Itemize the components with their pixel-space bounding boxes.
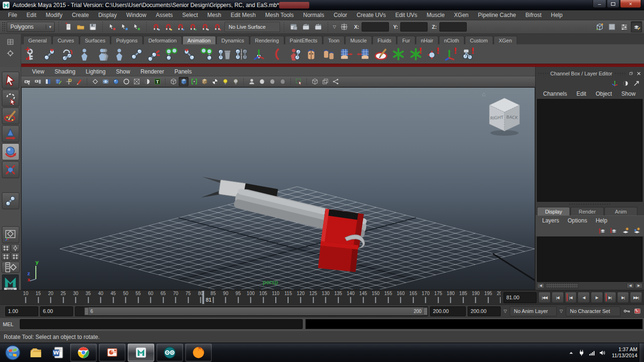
menu-create[interactable]: Create [67,11,93,19]
scroll-left-button-2[interactable]: ◀ [627,283,634,288]
layer-tab-display[interactable]: Display [537,207,570,215]
two-pane-layout-button[interactable] [1,253,10,261]
view-cube[interactable]: RIGHT BACK [485,94,524,138]
select-hierarchy-icon[interactable] [107,21,118,33]
viewcube-right-label[interactable]: RIGHT [490,115,504,121]
auto-keyframe-icon[interactable] [633,306,642,316]
scroll-left-button[interactable]: ◀ [537,283,545,288]
anim-layer-dropdown-icon[interactable]: ▽ [503,309,508,313]
last-tool-used[interactable] [2,192,19,209]
channel-list-empty[interactable] [537,99,643,202]
shelf-split-face-icon[interactable] [303,46,319,62]
default-material-icon[interactable] [210,77,220,86]
shelf-tab-muscle[interactable]: Muscle [345,36,372,44]
file-open-icon[interactable] [75,21,86,33]
menu-mesh-tools[interactable]: Mesh Tools [261,11,298,19]
panel-menu-shading[interactable]: Shading [50,68,80,75]
go-to-end-button[interactable]: ▶▶| [630,292,642,303]
panel-splitter[interactable] [536,202,644,206]
panel-menu-renderer[interactable]: Renderer [136,68,168,75]
snap-to-grid-icon[interactable] [150,21,162,33]
shelf-character-set-icon[interactable] [94,46,110,62]
menu-modify[interactable]: Modify [41,11,66,19]
shelf-smooth-bind-icon[interactable] [390,46,406,62]
xray-display-icon[interactable] [132,77,141,86]
shelf-ik-spline-handle-icon[interactable] [59,46,75,62]
text-display-icon[interactable]: T [152,77,162,86]
taskbar-clock[interactable]: 1:37 AM 11/13/2014 [612,346,637,359]
shaded-display-icon[interactable] [111,77,121,86]
scene-view-icon[interactable] [310,77,320,86]
toolbar-separator[interactable] [57,22,60,32]
four-view-layout-button[interactable] [1,244,10,252]
maya-taskbar-button[interactable] [128,344,154,362]
step-forward-frame-button[interactable]: ▶| [617,292,629,303]
hyperbolic-manip-icon[interactable] [632,79,641,88]
close-panel-icon[interactable] [635,70,642,77]
range-end-handle[interactable] [423,307,428,315]
share-view-icon[interactable] [330,77,340,86]
scroll-right-button[interactable]: ▶ [635,283,643,288]
range-slider-grip[interactable] [0,306,3,316]
shelf-copy-skin-weights-icon[interactable] [338,46,354,62]
image-plane-icon[interactable] [53,77,63,86]
shelf-blend-shape-icon[interactable] [321,46,337,62]
layer-menu-options[interactable]: Options [564,217,591,224]
shelf-tab-deformation[interactable]: Deformation [143,36,182,44]
animation-end-field[interactable] [468,306,501,316]
menu-select[interactable]: Select [178,11,202,19]
toolbar-separator[interactable] [145,22,148,32]
ipr-operations-icon[interactable] [313,21,324,33]
persp-diamond-layout-button[interactable] [11,244,20,252]
create-empty-layer-icon[interactable] [620,226,630,235]
paint-select-tool[interactable] [2,107,19,124]
play-forward-button[interactable]: ▶ [591,292,603,303]
select-tool[interactable] [2,72,19,89]
shelf-transfer-weights-icon[interactable] [355,46,372,62]
panel-menu-show[interactable]: Show [112,68,134,75]
outliner-persp-layout-button[interactable] [1,262,20,273]
robot-arm-model[interactable] [201,177,369,272]
shelf-ik-handle-icon[interactable] [41,46,58,62]
toolbar-separator[interactable] [282,22,286,32]
shelf-tab-general[interactable]: General [23,36,52,44]
no-lights-icon[interactable] [231,77,240,86]
menu-mesh[interactable]: Mesh [203,11,225,19]
menu-pipeline-cache[interactable]: Pipeline Cache [474,11,520,19]
word-taskbar-icon[interactable]: W [48,344,68,362]
motion-blur-icon[interactable] [267,77,277,86]
menu-xgen[interactable]: XGen [450,11,473,19]
layer-tab-render[interactable]: Render [570,207,603,215]
minimize-button[interactable]: – [593,0,606,8]
shelf-tab-fluids[interactable]: Fluids [372,36,396,44]
playback-range-bar[interactable]: 6 200 [84,307,428,315]
snap-to-point-icon[interactable] [175,21,186,33]
tray-expand-icon[interactable] [567,349,575,357]
wireframe-on-shaded-icon[interactable] [189,77,199,86]
menu-help[interactable]: Help [547,11,567,19]
screen-ao-icon[interactable] [257,77,267,86]
chrome-taskbar-button[interactable] [70,344,97,362]
select-component-icon[interactable] [131,21,142,33]
chevron-down-icon[interactable]: ▽ [332,25,337,29]
shelf-orient-joint-icon[interactable] [251,46,267,62]
panel-grip[interactable] [614,72,625,75]
previous-key-button[interactable]: |◀ [565,292,577,303]
shaded-mode-icon[interactable] [179,77,189,86]
panel-menu-panels[interactable]: Panels [170,68,196,75]
menu-edit-uvs[interactable]: Edit UVs [391,11,421,19]
panel-layout-icon[interactable] [320,77,330,86]
shelf-ik-handle-tool-icon[interactable] [146,46,162,62]
shelf-set-driven-key-icon[interactable]: + [24,46,40,62]
live-surface-field[interactable]: No Live Surface [224,22,280,32]
bookmark-icon[interactable] [43,77,53,86]
character-set-selector[interactable]: No Character Set [566,306,620,316]
file-save-icon[interactable] [87,21,99,33]
go-to-start-button[interactable]: |◀◀ [538,292,551,303]
output-operations-icon[interactable] [300,21,312,33]
menu-color[interactable]: Color [330,11,352,19]
shelf-tab-animation[interactable]: Animation [182,36,216,44]
panel-grip[interactable] [537,72,548,75]
viewport-3d-scene[interactable]: ⌂ RIGHT BACK y z x persp [21,87,535,290]
snap-to-curve-icon[interactable] [163,21,174,33]
